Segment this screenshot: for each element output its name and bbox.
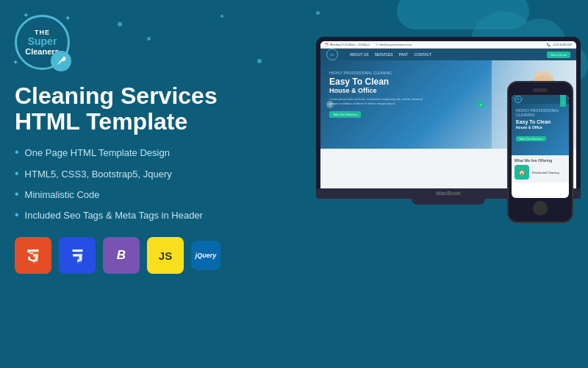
mobile-service-icon-1: 🏠	[514, 165, 529, 180]
preview-hero-body: Lorem ipsum dolor sit amet, consectetur …	[329, 97, 432, 105]
preview-nav-past: PAST	[399, 52, 409, 57]
mobile-service-label-1: Residential Cleaning	[532, 171, 559, 174]
mobile-screen: SC ≡ HIGHLY PROFESSIONAL CLEANING Easy T…	[512, 95, 569, 198]
svg-marker-6	[33, 250, 39, 252]
mobile-services: What We Are Offering 🏠 Residential Clean…	[512, 155, 569, 183]
mobile-home-button[interactable]	[533, 201, 548, 216]
main-heading: Cleaning Services HTML Template	[15, 83, 257, 135]
logo-brush-icon	[51, 51, 71, 71]
left-panel: ✦ ✦ ✦ THE Super Cleaners Cleaning Servic…	[0, 0, 279, 368]
heading-line2: HTML Template	[15, 109, 257, 135]
preview-logo: SC	[326, 49, 338, 60]
mobile-hero-label: HIGHLY PROFESSIONAL CLEANING	[516, 108, 564, 117]
sparkle-1: ✦	[23, 11, 29, 19]
badge-javascript: JS	[147, 237, 184, 274]
preview-quote-btn: Get a Quote	[547, 52, 570, 58]
features-list: One Page HTML Template Design HTML5, CSS…	[15, 146, 257, 222]
preview-nav-contact: CONTACT	[414, 52, 431, 57]
feature-2: HTML5, CSS3, Bootstrap5, Jquery	[15, 168, 257, 181]
logo-area: ✦ ✦ ✦ THE Super Cleaners	[15, 15, 257, 70]
preview-hours: ⏰ Monday-Fri 8:00am - 10:00pm	[325, 43, 370, 46]
mobile-service-items: 🏠 Residential Cleaning	[514, 165, 566, 180]
tech-badges: B JS jQuery	[15, 237, 257, 274]
badge-bootstrap: B	[103, 237, 140, 274]
preview-nav-services: SERVICES	[374, 52, 392, 57]
mobile-hero-sub: House & Office	[516, 125, 564, 130]
mobile-hero-title: Easy To Clean	[516, 119, 564, 125]
mobile-hero: HIGHLY PROFESSIONAL CLEANING Easy To Cle…	[512, 104, 569, 155]
mobile-frame: SC ≡ HIGHLY PROFESSIONAL CLEANING Easy T…	[507, 81, 573, 223]
preview-phone: 📞 +123 4440 000	[547, 43, 572, 46]
preview-contact-bar: ⏰ Monday-Fri 8:00am - 10:00pm ✉ info@sup…	[320, 41, 576, 49]
svg-marker-12	[77, 250, 83, 252]
preview-arrow-right-icon: ›	[477, 101, 484, 108]
feature-4: Included Seo Tags & Meta Tags in Header	[15, 209, 257, 222]
preview-arrow-left-icon: ‹	[326, 101, 334, 108]
badge-css3	[59, 237, 96, 274]
feature-1: One Page HTML Template Design	[15, 146, 257, 160]
laptop-stand	[412, 199, 485, 205]
mobile-hero-btn: Take Our Services	[516, 136, 546, 141]
heading-line1: Cleaning Services	[15, 83, 257, 109]
mobile-mockup: SC ≡ HIGHLY PROFESSIONAL CLEANING Easy T…	[507, 81, 573, 223]
logo-super: Super	[28, 36, 57, 47]
preview-nav-about: ABOUT US	[350, 52, 368, 57]
preview-cta-btn: Take Our Services	[329, 111, 361, 118]
mobile-services-title: What We Are Offering	[514, 158, 566, 163]
preview-email: ✉ info@supercleaners.com	[376, 43, 412, 46]
mobile-nav: SC ≡	[512, 95, 569, 104]
feature-3: Minimalistic Code	[15, 188, 257, 202]
sparkle-3: ✦	[12, 58, 18, 66]
sparkle-2: ✦	[65, 14, 71, 22]
badge-jquery: jQuery	[191, 241, 220, 270]
logo-circle: ✦ ✦ ✦ THE Super Cleaners	[15, 15, 70, 70]
preview-navbar: SC ABOUT US SERVICES PAST CONTACT Get a …	[320, 49, 576, 60]
mobile-notch	[533, 88, 548, 92]
svg-marker-9	[73, 254, 77, 256]
right-panel: ⏰ Monday-Fri 8:00am - 10:00pm ✉ info@sup…	[250, 0, 588, 368]
svg-marker-10	[72, 250, 77, 252]
badge-html5	[15, 237, 51, 274]
